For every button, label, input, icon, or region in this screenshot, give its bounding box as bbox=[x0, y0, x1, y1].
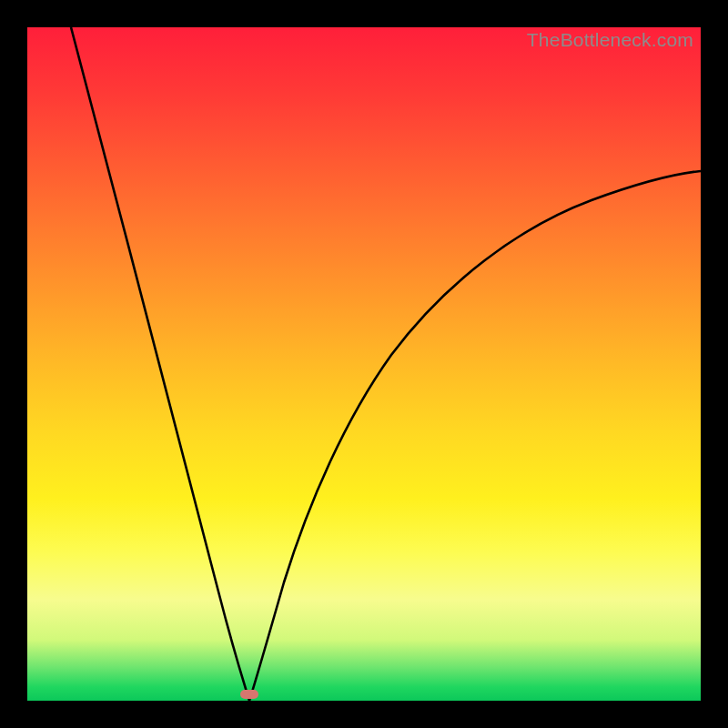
optimal-point-marker bbox=[240, 690, 258, 699]
curve-left-branch bbox=[71, 27, 249, 701]
curve-right-branch bbox=[249, 171, 701, 701]
chart-frame: TheBottleneck.com bbox=[27, 27, 701, 701]
bottleneck-curve bbox=[27, 27, 701, 701]
watermark-text: TheBottleneck.com bbox=[527, 29, 693, 51]
